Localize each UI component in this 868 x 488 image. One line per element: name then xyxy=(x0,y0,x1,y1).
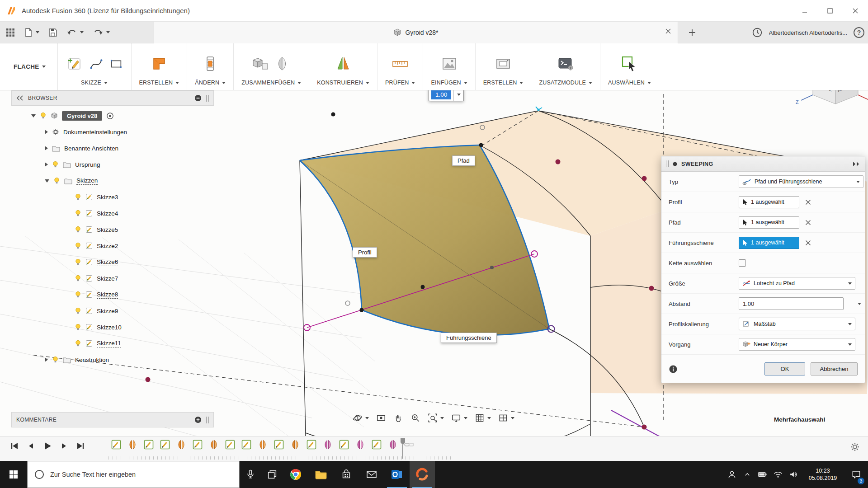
browser-item-dokumenteinstellungen[interactable]: Dokumenteinstellungen xyxy=(11,124,214,140)
expand-icon[interactable] xyxy=(45,162,48,167)
chevron-down-icon[interactable] xyxy=(858,303,861,305)
ribbon-group-trigger[interactable]: PRÜFEN xyxy=(385,80,415,86)
timeline-feature-sketch[interactable] xyxy=(160,439,170,450)
job-status-icon[interactable] xyxy=(752,27,763,38)
visibility-bulb-icon[interactable] xyxy=(75,275,81,282)
browser-header[interactable]: BROWSER xyxy=(11,90,214,106)
visibility-bulb-icon[interactable] xyxy=(75,324,81,331)
close-tab-icon[interactable] xyxy=(665,28,671,34)
action-center-button[interactable]: 3 xyxy=(844,461,868,488)
browser-root-row[interactable]: Gyroid v28 xyxy=(11,108,214,124)
visibility-bulb-icon[interactable] xyxy=(53,177,60,184)
browser-sketch-skizze6[interactable]: Skizze6 xyxy=(11,254,214,270)
task-view-button[interactable] xyxy=(261,461,283,488)
browser-sketch-skizze3[interactable]: Skizze3 xyxy=(11,189,214,205)
visibility-bulb-icon[interactable] xyxy=(52,161,59,168)
visibility-bulb-icon[interactable] xyxy=(75,307,81,314)
look-at-button[interactable] xyxy=(376,413,386,423)
grid-settings-button[interactable] xyxy=(475,413,491,423)
step-back-button[interactable] xyxy=(26,441,35,450)
addins-icon[interactable] xyxy=(557,55,575,73)
visibility-bulb-icon[interactable] xyxy=(52,356,59,363)
ribbon-group-trigger[interactable]: EINFÜGEN xyxy=(431,80,467,86)
vorgang-select[interactable]: Neuer Körper xyxy=(739,338,855,351)
cancel-button[interactable]: Abbrechen xyxy=(811,362,858,375)
browser-sketch-skizze10[interactable]: Skizze10 xyxy=(11,319,214,335)
battery-icon[interactable] xyxy=(755,461,770,488)
dialog-grip[interactable] xyxy=(666,160,669,167)
browser-sketch-skizze4[interactable]: Skizze4 xyxy=(11,205,214,221)
timeline-feature-sweep[interactable] xyxy=(322,439,333,450)
search-input[interactable]: Zur Suche Text hier eingeben xyxy=(27,461,240,488)
expand-icon[interactable] xyxy=(45,146,48,150)
kette-auswaehlen-checkbox[interactable] xyxy=(739,259,746,267)
timeline-feature-patch[interactable] xyxy=(127,439,138,450)
taskbar-app-store[interactable] xyxy=(334,461,359,488)
visibility-bulb-icon[interactable] xyxy=(40,112,47,119)
new-tab-button[interactable] xyxy=(685,24,699,41)
timeline-feature-sweep[interactable] xyxy=(387,439,398,450)
collapse-icon[interactable] xyxy=(31,114,36,117)
ribbon-group-trigger[interactable]: ERSTELLEN xyxy=(139,80,179,86)
taskbar-app-fusion[interactable] xyxy=(410,461,435,488)
create-surface-icon[interactable] xyxy=(150,55,168,73)
timeline-feature-patch[interactable] xyxy=(176,439,187,450)
timeline-feature-sketch[interactable] xyxy=(274,439,284,450)
timeline-feature-sketch[interactable] xyxy=(339,439,349,450)
clear-selection-button[interactable] xyxy=(805,199,811,205)
ok-button[interactable]: OK xyxy=(764,362,805,375)
timeline-feature-sweep[interactable] xyxy=(355,439,366,450)
browser-item-konstruktion[interactable]: Konstruktion xyxy=(11,352,214,368)
maximize-button[interactable] xyxy=(817,0,843,22)
undo-button[interactable] xyxy=(63,24,87,41)
expand-icon[interactable] xyxy=(45,130,48,134)
ribbon-group-trigger[interactable]: SKIZZE xyxy=(81,80,108,86)
viewports-button[interactable] xyxy=(498,413,514,423)
minimize-button[interactable] xyxy=(792,0,817,22)
make-icon[interactable] xyxy=(494,55,512,73)
hide-panel-icon[interactable] xyxy=(194,94,202,102)
browser-sketch-skizze7[interactable]: Skizze7 xyxy=(11,270,214,286)
pan-button[interactable] xyxy=(393,413,403,423)
timeline-feature-patch[interactable] xyxy=(290,439,301,450)
panel-grip[interactable] xyxy=(206,95,209,102)
visibility-bulb-icon[interactable] xyxy=(75,242,81,249)
comments-panel[interactable]: KOMMENTARE xyxy=(11,412,214,427)
timeline-feature-sketch[interactable] xyxy=(241,439,252,450)
workspace-selector[interactable]: FLÄCHE xyxy=(0,43,58,90)
browser-sketch-skizze2[interactable]: Skizze2 xyxy=(11,238,214,254)
ribbon-group-trigger[interactable]: ÄNDERN xyxy=(195,80,226,86)
timeline-feature-sketch[interactable] xyxy=(306,439,317,450)
people-icon[interactable] xyxy=(724,461,740,488)
taskbar-app-outlook[interactable] xyxy=(384,461,410,488)
timeline-feature-sketch[interactable] xyxy=(225,439,236,450)
chevron-up-icon[interactable] xyxy=(740,461,755,488)
browser-item-benannte-ansichten[interactable]: Benannte Ansichten xyxy=(11,140,214,156)
timeline-feature-patch[interactable] xyxy=(257,439,268,450)
browser-item-skizzen[interactable]: Skizzen xyxy=(11,173,214,189)
fuehrungsschiene-selection-button[interactable]: 1 ausgewählt xyxy=(739,237,799,249)
sketch-icon[interactable] xyxy=(109,56,123,71)
timeline-feature-sketch[interactable] xyxy=(143,439,154,450)
typ-select[interactable]: Pfad und Führungsschiene xyxy=(739,175,863,188)
redo-button[interactable] xyxy=(90,24,113,41)
info-icon[interactable] xyxy=(669,365,678,374)
timeline-settings-icon[interactable] xyxy=(850,442,860,452)
microphone-icon[interactable] xyxy=(240,461,261,488)
timeline-feature-sketch[interactable] xyxy=(192,439,203,450)
orbit-button[interactable] xyxy=(353,413,369,423)
ribbon-group-trigger[interactable]: ZUSATZMODULE xyxy=(539,80,592,86)
taskbar-app-explorer[interactable] xyxy=(308,461,334,488)
browser-sketch-skizze8[interactable]: Skizze8 xyxy=(11,286,214,303)
pfad-selection-button[interactable]: 1 ausgewählt xyxy=(739,216,799,229)
abstand-input[interactable]: 1.00 xyxy=(739,297,844,310)
close-button[interactable] xyxy=(843,0,868,22)
timeline-marker[interactable] xyxy=(400,437,406,459)
collapse-icon[interactable] xyxy=(45,179,49,183)
collapse-panel-icon[interactable] xyxy=(16,95,24,101)
ribbon-group-trigger[interactable]: ERSTELLEN xyxy=(483,80,524,86)
profilskalierung-select[interactable]: Maßstab xyxy=(739,318,855,330)
visibility-bulb-icon[interactable] xyxy=(75,340,81,347)
expand-icon[interactable] xyxy=(45,357,48,362)
ribbon-group-trigger[interactable]: AUSWÄHLEN xyxy=(608,80,651,86)
